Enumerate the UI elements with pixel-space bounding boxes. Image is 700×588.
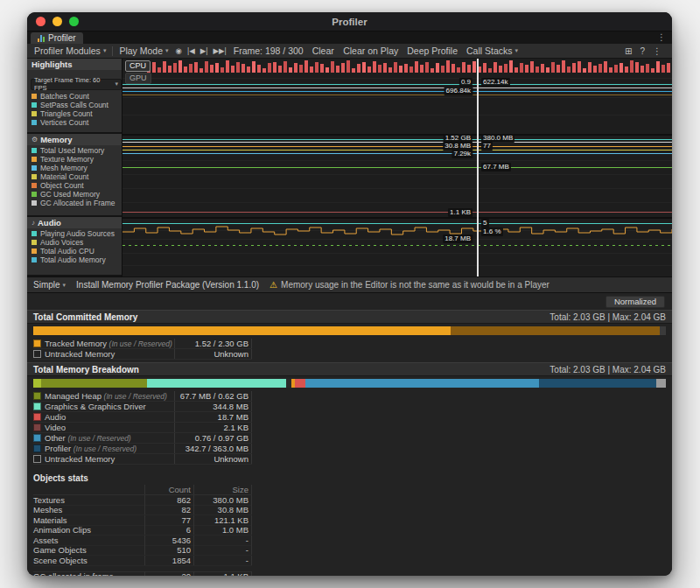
cpu-frame-bar [593, 66, 597, 73]
cpu-toggle[interactable]: CPU [125, 60, 150, 72]
committed-memory-header: Total Committed Memory Total: 2.03 GB | … [27, 310, 672, 324]
object-stat-row-textures: Textures862380.0 MB [33, 495, 252, 506]
counter-swatch [32, 231, 37, 236]
gridline [122, 115, 672, 116]
object-stat-size: 30.8 MB [193, 505, 252, 514]
cpu-frame-bar [514, 67, 518, 73]
counter-gc-used-memory[interactable]: GC Used Memory [32, 190, 122, 199]
cpu-frame-bar [383, 63, 387, 73]
play-mode-dropdown[interactable]: Play Mode ▾ [115, 44, 172, 58]
legend-note: (In use / Reserved) [67, 434, 130, 443]
profiler-modules-dropdown[interactable]: Profiler Modules ▾ [30, 44, 110, 58]
tab-profiler[interactable]: Profiler [31, 32, 83, 44]
help-icon[interactable]: ? [640, 46, 645, 56]
counter-texture-memory[interactable]: Texture Memory [32, 155, 122, 164]
close-button[interactable] [36, 17, 46, 26]
counter-swatch [32, 120, 37, 125]
gridline [122, 253, 672, 254]
next-frame-button[interactable]: ▶| [198, 44, 211, 58]
module-highlights-header[interactable]: Highlights [27, 59, 122, 70]
legend-row-audio[interactable]: Audio18.7 MB [33, 412, 252, 423]
cpu-frame-bar [446, 60, 450, 73]
minimize-button[interactable] [52, 17, 62, 26]
gridline [122, 239, 672, 240]
deep-profile-button[interactable]: Deep Profile [402, 44, 462, 58]
cpu-frame-bar [614, 65, 618, 73]
counter-gc-allocated-in-frame[interactable]: GC Allocated in Frame [32, 199, 122, 207]
normalized-button[interactable]: Normalized [606, 296, 665, 308]
gc-row-label: GC allocated in frame [33, 571, 144, 576]
cpu-frame-bar [357, 64, 360, 73]
counter-playing-audio-sources[interactable]: Playing Audio Sources [32, 229, 122, 238]
module-audio-header[interactable]: ♪Audio [27, 217, 122, 228]
cpu-frame-bar [289, 67, 292, 73]
cpu-frame-bar [509, 60, 513, 73]
cpu-frame-bars [122, 60, 672, 73]
counter-swatch [32, 183, 37, 188]
tab-kebab-menu-icon[interactable]: ⋮ [657, 32, 666, 42]
legend-row-tracked-memory[interactable]: Tracked Memory (In use / Reserved)1.52 /… [33, 339, 252, 349]
call-stacks-dropdown[interactable]: Call Stacks ▾ [462, 44, 522, 58]
kebab-menu-icon[interactable]: ⋮ [653, 46, 662, 56]
legend-row-profiler[interactable]: Profiler (In use / Reserved)342.7 / 363.… [33, 444, 252, 454]
counter-setpass-calls-count[interactable]: SetPass Calls Count [32, 101, 122, 109]
record-button[interactable]: ◉ [173, 44, 185, 58]
object-stat-count: 510 [144, 545, 193, 555]
cpu-frame-bar [578, 61, 581, 73]
titlebar[interactable]: Profiler [27, 12, 672, 32]
legend-row-managed-heap[interactable]: Managed Heap (In use / Reserved)67.7 MB … [33, 391, 252, 402]
counter-mesh-memory[interactable]: Mesh Memory [32, 164, 122, 172]
counter-audio-voices[interactable]: Audio Voices [32, 238, 122, 247]
play-mode-label: Play Mode [119, 46, 163, 56]
chart-line [122, 94, 672, 95]
chevron-down-icon: ▾ [165, 47, 169, 54]
current-frame-button[interactable]: ▶▶| [210, 44, 228, 58]
cpu-frame-bar [341, 63, 345, 73]
cpu-frame-bar [310, 66, 313, 73]
maximize-button[interactable] [69, 17, 79, 26]
clear-button[interactable]: Clear [308, 44, 339, 58]
legend-swatch [33, 350, 41, 358]
prev-frame-button[interactable]: |◀ [185, 44, 198, 58]
legend-row-video[interactable]: Video2.1 KB [33, 423, 252, 433]
counter-object-count[interactable]: Object Count [32, 181, 122, 190]
legend-row-untracked-memory[interactable]: Untracked MemoryUnknown [33, 454, 252, 465]
object-stat-count: 862 [144, 495, 193, 505]
legend-row-graphics-graphics-driver[interactable]: Graphics & Graphics Driver344.8 MB [33, 402, 252, 412]
profiler-chart[interactable]: CPU GPU 0.9622.14k696.84k1.52 GB380.0 MB… [122, 59, 672, 276]
cpu-frame-bar [462, 62, 466, 73]
counter-swatch [32, 248, 37, 254]
target-frame-time-dropdown[interactable]: Target Frame Time: 60 FPS ▾ [31, 79, 122, 90]
legend-row-other[interactable]: Other (In use / Reserved)0.76 / 0.97 GB [33, 433, 252, 444]
chart-line [122, 167, 672, 168]
gpu-toggle[interactable]: GPU [125, 73, 151, 84]
counter-material-count[interactable]: Material Count [32, 172, 122, 181]
cpu-frame-bar [331, 61, 334, 73]
module-memory-header[interactable]: ⚙Memory [27, 134, 122, 145]
install-memory-profiler-button[interactable]: Install Memory Profiler Package (Version… [76, 280, 259, 290]
module-title: Audio [38, 218, 61, 228]
chart-line [122, 84, 672, 85]
counter-total-audio-cpu[interactable]: Total Audio CPU [32, 247, 122, 256]
legend-label: Other (In use / Reserved) [45, 433, 174, 443]
counter-batches-count[interactable]: Batches Count [32, 92, 122, 101]
warning-text: Memory usage in the Editor is not the sa… [281, 280, 550, 290]
counter-swatch [32, 148, 37, 153]
counter-total-audio-memory[interactable]: Total Audio Memory [32, 256, 122, 264]
cpu-frame-bar [247, 66, 250, 73]
cpu-frame-bar [630, 60, 634, 73]
cpu-frame-bar [420, 65, 424, 73]
clear-on-play-button[interactable]: Clear on Play [339, 44, 402, 58]
panel-layout-icon[interactable]: ⊞ [625, 46, 632, 56]
memory-breakdown-bar [33, 379, 666, 388]
cpu-frame-bar [262, 68, 266, 73]
memory-bar-segment [41, 379, 147, 388]
counter-total-used-memory[interactable]: Total Used Memory [32, 146, 122, 155]
cpu-frame-bar [425, 62, 429, 73]
counter-label: Total Audio Memory [40, 256, 106, 264]
legend-row-untracked-memory[interactable]: Untracked MemoryUnknown [33, 349, 252, 360]
counter-vertices-count[interactable]: Vertices Count [32, 118, 122, 127]
frame-playhead[interactable] [477, 59, 479, 276]
counter-triangles-count[interactable]: Triangles Count [32, 109, 122, 118]
memory-view-mode-dropdown[interactable]: Simple ▾ [33, 277, 66, 292]
